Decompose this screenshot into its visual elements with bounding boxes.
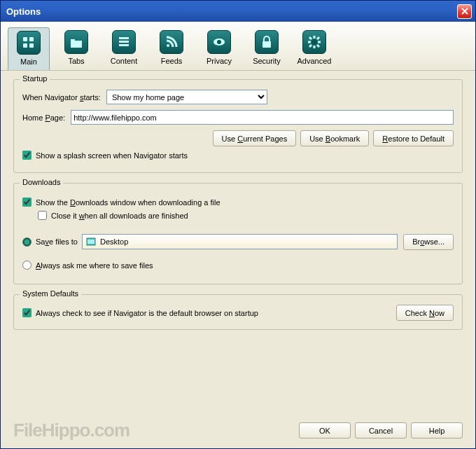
svg-rect-3 — [29, 43, 34, 48]
tab-security-label: Security — [253, 57, 281, 65]
svg-rect-5 — [119, 41, 129, 43]
tab-advanced-label: Advanced — [298, 57, 332, 65]
show-downloads-label: Show the Downloads window when downloadi… — [36, 198, 220, 207]
check-now-button[interactable]: Check Now — [396, 305, 454, 321]
tab-content[interactable]: Content — [103, 27, 145, 70]
home-page-input[interactable] — [71, 110, 454, 125]
svg-point-9 — [217, 40, 221, 44]
svg-line-18 — [317, 37, 319, 39]
home-page-label: Home Page: — [22, 113, 65, 122]
system-defaults-title: System Defaults — [20, 289, 81, 298]
close-downloads-checkbox[interactable] — [38, 211, 47, 220]
default-browser-label: Always check to see if Navigator is the … — [36, 309, 258, 317]
tab-privacy[interactable]: Privacy — [198, 27, 240, 70]
ok-button[interactable]: OK — [299, 422, 351, 438]
default-browser-checkbox[interactable] — [22, 308, 31, 317]
window-title: Options — [4, 6, 457, 17]
svg-point-7 — [167, 44, 169, 47]
tab-feeds-label: Feeds — [161, 57, 183, 65]
tab-tabs[interactable]: Tabs — [55, 27, 97, 70]
tab-main-label: Main — [20, 57, 37, 66]
close-button[interactable] — [457, 4, 472, 19]
tab-main[interactable]: Main — [8, 27, 50, 70]
svg-rect-1 — [29, 37, 34, 41]
svg-rect-10 — [262, 41, 271, 48]
svg-line-16 — [309, 37, 312, 39]
main-icon — [17, 31, 41, 55]
category-toolbar: Main Tabs Content Feeds Privacy Security… — [1, 22, 475, 71]
restore-default-button[interactable]: Restore to Default — [373, 130, 454, 146]
feeds-icon — [160, 30, 183, 54]
save-location-display: Desktop — [82, 234, 398, 249]
downloads-title: Downloads — [20, 178, 63, 186]
downloads-group: Downloads Show the Downloads window when… — [13, 183, 463, 284]
svg-rect-0 — [23, 37, 27, 41]
privacy-icon — [207, 30, 231, 54]
use-current-pages-button[interactable]: Use Current Pages — [213, 130, 297, 146]
startup-group: Startup When Navigator starts: Show my h… — [13, 79, 463, 173]
close-icon — [461, 8, 468, 15]
watermark-text: FileHippo.com — [13, 420, 299, 441]
use-bookmark-button[interactable]: Use Bookmark — [300, 130, 369, 146]
show-downloads-checkbox[interactable] — [22, 198, 31, 207]
svg-rect-2 — [23, 43, 27, 48]
splash-label: Show a splash screen when Navigator star… — [36, 151, 188, 160]
content-icon — [112, 30, 136, 54]
close-downloads-label: Close it when all downloads are finished — [51, 212, 188, 220]
svg-rect-4 — [119, 37, 129, 39]
save-to-radio[interactable] — [22, 237, 31, 247]
svg-line-17 — [317, 45, 319, 47]
svg-rect-21 — [88, 240, 94, 244]
security-icon — [255, 30, 279, 54]
tab-security[interactable]: Security — [246, 27, 288, 70]
advanced-icon — [302, 30, 326, 54]
tab-privacy-label: Privacy — [206, 57, 232, 65]
save-location-text: Desktop — [100, 237, 128, 246]
tab-feeds[interactable]: Feeds — [150, 27, 192, 70]
main-panel: Startup When Navigator starts: Show my h… — [1, 71, 475, 348]
when-starts-dropdown[interactable]: Show my home page — [106, 90, 267, 104]
bottom-bar: FileHippo.com OK Cancel Help — [13, 420, 463, 441]
options-window: Options Main Tabs Content Feeds Privacy … — [0, 0, 476, 449]
when-starts-label: When Navigator starts: — [22, 93, 101, 102]
splash-checkbox[interactable] — [22, 151, 31, 160]
tab-tabs-label: Tabs — [68, 57, 84, 65]
titlebar[interactable]: Options — [1, 1, 475, 22]
desktop-folder-icon — [85, 236, 97, 247]
tab-advanced[interactable]: Advanced — [293, 27, 335, 70]
svg-point-11 — [312, 39, 317, 45]
always-ask-label: Always ask me where to save files — [36, 261, 153, 270]
tab-content-label: Content — [111, 57, 138, 65]
svg-rect-6 — [119, 44, 129, 46]
svg-line-19 — [309, 45, 312, 47]
cancel-button[interactable]: Cancel — [355, 422, 407, 438]
system-defaults-group: System Defaults Always check to see if N… — [13, 294, 463, 330]
browse-button[interactable]: Browse... — [403, 234, 454, 250]
help-button[interactable]: Help — [411, 422, 463, 438]
always-ask-radio[interactable] — [22, 261, 31, 270]
tabs-icon — [64, 30, 88, 54]
startup-title: Startup — [20, 74, 50, 83]
save-to-label: Save files to — [36, 237, 78, 246]
